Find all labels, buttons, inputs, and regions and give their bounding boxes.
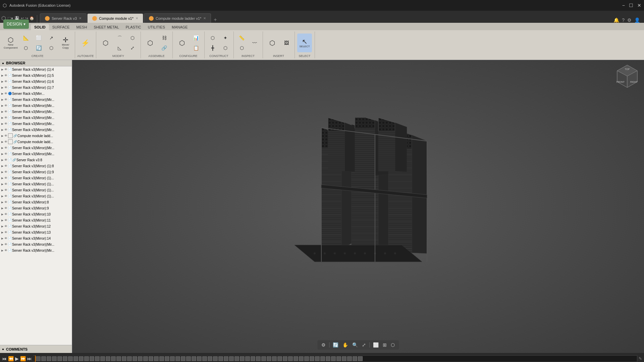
list-item[interactable]: ▶ 👁 📄 Server Rack v3(Mirror)(Mir... [0,97,72,103]
axis-button[interactable]: ╋ [207,43,219,53]
orbit-btn[interactable]: 🔄 [331,342,340,348]
new-tab-button[interactable]: + [212,17,219,23]
visibility-icon[interactable]: 👁 [4,231,7,234]
timeline-track[interactable] [33,355,637,362]
timeline-marker[interactable] [132,356,137,361]
timeline-marker[interactable] [240,356,245,361]
viewport-display-btn[interactable]: ⚙ [320,342,327,348]
visibility-icon[interactable]: 👁 [4,86,7,89]
timeline-marker[interactable] [288,356,293,361]
list-item[interactable]: ▶ 👁 📄 Server Rack v3(Mirror)(Mir... [0,127,72,133]
list-item[interactable]: ▶ 👁 📄 Server Rack v3(Mirror)(Mir... [0,109,72,115]
list-item[interactable]: ▶ 👁 📄 Server Rack v3(Mirror):11 [0,217,72,223]
point-button[interactable]: ✦ [219,33,231,43]
list-item[interactable]: ▶ 👁 📄 Server Rack v3(Mirror):8 [0,199,72,205]
visibility-icon[interactable]: 👁 [4,152,7,156]
list-item[interactable]: ▶ 👁 🔵 Server Rack v3(Mirr... [0,90,72,97]
timeline-marker[interactable] [116,356,121,361]
timeline-marker[interactable] [90,356,94,361]
inspect2-button[interactable]: ⬡ [236,43,248,53]
visibility-icon[interactable]: 👁 [4,237,7,240]
visibility-icon[interactable]: 👁 [4,249,7,252]
timeline-marker[interactable] [138,356,143,361]
viewport[interactable]: TOP FRONT RIGHT ⚙ 🔄 ✋ 🔍 ⤢ ⬜ ⊞ ⬡ [72,60,644,353]
list-item[interactable]: ▶ 👁 📄 Server Rack v3(Mirror) (1):8 [0,163,72,169]
timeline-marker[interactable] [326,356,330,361]
help-icon[interactable]: ? [622,17,625,23]
timeline-marker[interactable] [73,356,78,361]
visibility-icon[interactable]: 👁 [4,170,7,174]
visibility-icon[interactable]: 👁 [4,194,7,198]
visibility-icon[interactable]: 👁 [4,225,7,228]
timeline-marker[interactable] [213,356,218,361]
fillet-button[interactable]: ⌒ [114,33,126,43]
timeline-marker[interactable] [202,356,207,361]
settings-icon[interactable]: ⚙ [627,17,632,23]
visibility-icon[interactable]: 👁 [4,68,7,71]
tab-compute-module-ladder[interactable]: Compute module ladder v1* ✕ [144,13,211,23]
list-item[interactable]: ▶ 👁 📄 Server Rack v3(Mirror):12 [0,223,72,229]
timeline-marker[interactable] [47,356,51,361]
timeline-marker[interactable] [175,356,180,361]
list-item[interactable]: ▶ 👁 📄 Server Rack v3(Mirror) (1):6 [0,78,72,84]
browser-header[interactable]: ● BROWSER [0,60,72,66]
timeline-marker[interactable] [41,356,46,361]
timeline-marker[interactable] [283,356,287,361]
timeline-start-button[interactable]: ⏮ [2,356,7,361]
timeline-marker[interactable] [358,356,363,361]
visibility-icon[interactable]: 👁 [4,164,7,168]
visibility-icon[interactable]: 👁 [4,219,7,222]
timeline-marker[interactable] [256,356,261,361]
close-tab-compute-module[interactable]: ✕ [136,16,138,20]
visibility-icon[interactable]: 👁 [4,213,7,216]
zebra-button[interactable]: 〰 [249,38,261,48]
timeline-marker[interactable] [111,356,116,361]
insert-main-button[interactable]: ⬡ [265,34,280,52]
timeline-marker[interactable] [208,356,212,361]
timeline-marker[interactable] [267,356,271,361]
timeline-marker[interactable] [36,356,41,361]
visibility-icon[interactable]: 👁 [4,134,7,137]
visibility-icon[interactable]: 👁 [4,182,7,186]
visibility-icon[interactable]: 👁 [4,98,7,101]
ribbon-tab-manage[interactable]: MANAGE [168,24,191,30]
timeline-settings-btn[interactable]: ✎ [639,356,642,361]
timeline-marker[interactable] [106,356,110,361]
timeline-marker[interactable] [52,356,57,361]
timeline-marker[interactable] [192,356,196,361]
timeline-marker[interactable] [347,356,352,361]
timeline-marker[interactable] [353,356,357,361]
close-button[interactable]: ✕ [637,3,641,8]
timeline-marker[interactable] [218,356,223,361]
measure-button[interactable]: 📏 [236,33,248,43]
create-sketch-button[interactable]: 📐 [20,33,32,43]
visibility-icon[interactable]: 👁 [4,158,7,162]
list-item[interactable]: ▶ 👁 📄 Server Rack v3(Mirror)(Mir... [0,247,72,253]
timeline-marker[interactable] [229,356,234,361]
timeline-marker[interactable] [304,356,309,361]
design-mode-button[interactable]: DESIGN ▾ [3,19,29,29]
timeline-cursor[interactable] [35,355,36,362]
timeline-marker[interactable] [320,356,325,361]
list-item[interactable]: ▶ 👁 📄 Server Rack v3(Mirror) (1):5 [0,72,72,78]
list-item[interactable]: ▶ 👁 📄 Server Rack v3(Mirror)(Mir... [0,241,72,247]
list-item[interactable]: ▶ 👁 📄 Server Rack v3(Mirror) (1):4 [0,66,72,72]
list-item[interactable]: ▶ 👁 📄 Server Rack v3(Mirror) (1)... [0,175,72,181]
list-item[interactable]: ▶ 👁 📄 Server Rack v3(Mirror)(Mir... [0,121,72,127]
timeline-marker[interactable] [122,356,126,361]
list-item[interactable]: ▶ 👁 🔗 Compute module ladd... [0,133,72,139]
revolve-button[interactable]: 🔄 [33,43,45,53]
timeline-marker[interactable] [149,356,153,361]
ribbon-tab-utilities[interactable]: UTILITIES [145,24,168,30]
list-item[interactable]: ▶ 👁 📄 Server Rack v3(Mirror) (1):7 [0,84,72,90]
timeline-marker[interactable] [315,356,320,361]
visibility-icon[interactable]: 👁 [4,92,7,95]
tab-server-rack[interactable]: Server Rack v3 ✕ [40,13,87,23]
sweep-button[interactable]: ↗ [45,33,57,43]
account-icon[interactable]: 👤 [634,17,640,23]
timeline-marker[interactable] [293,356,298,361]
list-item[interactable]: ▶ 👁 📄 Server Rack v3(Mirror)(Mir... [0,115,72,121]
notifications-icon[interactable]: 🔔 [613,17,619,23]
automate-main-button[interactable]: ⚡ [78,34,93,52]
ribbon-tab-sheet-metal[interactable]: SHEET METAL [90,24,122,30]
